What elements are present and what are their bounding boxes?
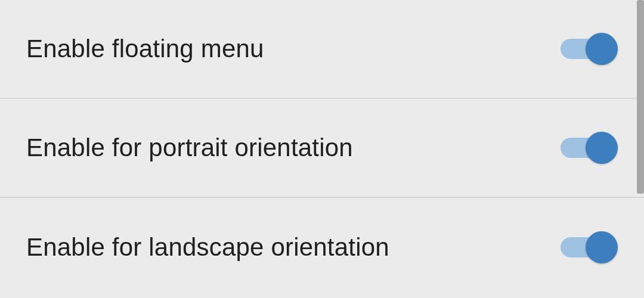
toggle-thumb: [586, 33, 618, 65]
toggle-portrait[interactable]: [561, 131, 618, 164]
settings-list: Enable floating menu Enable for portrait…: [0, 0, 644, 298]
toggle-thumb: [586, 231, 618, 263]
setting-label: Enable for portrait orientation: [26, 134, 353, 162]
scrollbar[interactable]: [637, 0, 644, 194]
setting-label: Enable for landscape orientation: [26, 233, 389, 262]
toggle-thumb: [586, 132, 618, 164]
setting-row-floating-menu[interactable]: Enable floating menu: [0, 0, 644, 99]
setting-label: Enable floating menu: [26, 35, 264, 63]
setting-row-landscape[interactable]: Enable for landscape orientation: [0, 198, 644, 297]
setting-row-portrait[interactable]: Enable for portrait orientation: [0, 99, 644, 198]
toggle-floating-menu[interactable]: [561, 32, 618, 66]
toggle-landscape[interactable]: [561, 231, 618, 264]
